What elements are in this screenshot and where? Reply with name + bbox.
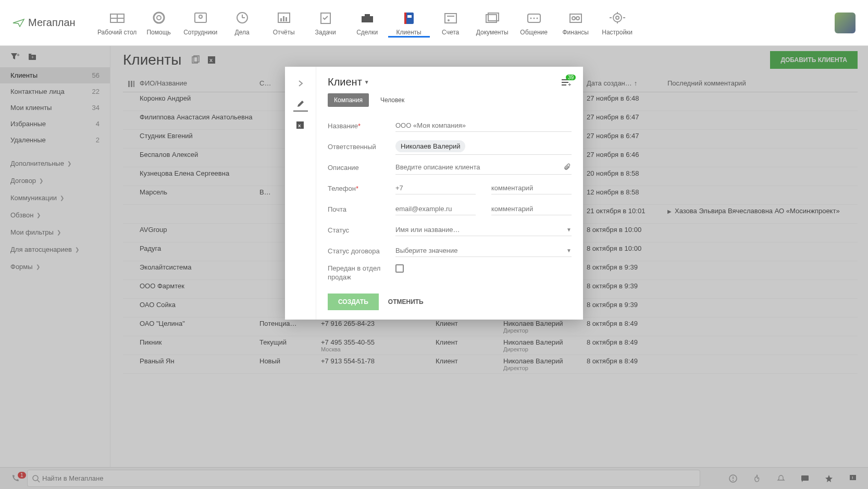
email-input[interactable] xyxy=(395,205,476,213)
svg-point-30 xyxy=(613,14,622,22)
contract-select[interactable] xyxy=(395,247,562,254)
status-label: Статус xyxy=(328,226,395,234)
avatar[interactable] xyxy=(835,13,855,33)
svg-point-31 xyxy=(616,16,619,19)
svg-point-29 xyxy=(576,17,579,20)
svg-rect-17 xyxy=(407,15,412,18)
name-input[interactable] xyxy=(395,121,572,129)
nav-Настройки[interactable]: Настройки xyxy=(597,8,638,38)
nav-Отчёты[interactable]: Отчёты xyxy=(263,8,305,38)
owner-chip[interactable]: Николаев Валерий xyxy=(395,140,465,152)
tab-company[interactable]: Компания xyxy=(328,93,369,107)
contract-label: Статус договора xyxy=(328,247,395,255)
name-label: Название xyxy=(328,122,358,130)
phone-input[interactable] xyxy=(395,184,476,192)
create-button[interactable]: СОЗДАТЬ xyxy=(328,294,379,310)
desc-label: Описание xyxy=(328,164,395,172)
owner-label: Ответственный xyxy=(328,143,395,151)
desc-input[interactable] xyxy=(395,163,559,171)
list-badge-count: 39 xyxy=(566,75,576,80)
svg-text:+: + xyxy=(568,81,571,87)
brand-name: Мегаплан xyxy=(28,17,76,29)
svg-text:X: X xyxy=(298,124,301,128)
svg-point-19 xyxy=(448,19,450,21)
nav-Сделки[interactable]: Сделки xyxy=(346,8,388,38)
svg-rect-18 xyxy=(445,14,456,23)
svg-rect-11 xyxy=(280,18,282,21)
nav-Рабочий стол[interactable]: Рабочий стол xyxy=(96,8,138,38)
status-select[interactable] xyxy=(395,226,562,234)
nav-Счета[interactable]: Счета xyxy=(430,8,472,38)
logo[interactable]: Мегаплан xyxy=(13,17,76,29)
nav-Сотрудники[interactable]: Сотрудники xyxy=(180,8,221,38)
excel-export-icon[interactable]: X xyxy=(293,118,308,132)
svg-point-28 xyxy=(572,17,575,20)
nav-Финансы[interactable]: Финансы xyxy=(555,8,597,38)
svg-rect-12 xyxy=(283,16,284,21)
email-label: Почта xyxy=(328,205,395,213)
nav-Общение[interactable]: Общение xyxy=(513,8,555,38)
list-add-icon[interactable]: + 39 xyxy=(561,78,572,87)
nav-Помощь[interactable]: Помощь xyxy=(138,8,180,38)
chevron-down-icon: ▼ xyxy=(566,227,572,233)
sales-label: Передан в отдел продаж xyxy=(328,264,395,282)
svg-point-25 xyxy=(533,18,535,19)
nav-Дела[interactable]: Дела xyxy=(221,8,263,38)
svg-rect-13 xyxy=(286,17,287,21)
nav-Документы[interactable]: Документы xyxy=(472,8,513,38)
svg-point-6 xyxy=(199,15,202,18)
email-comment-input[interactable] xyxy=(491,205,572,213)
svg-rect-16 xyxy=(404,13,406,24)
svg-point-24 xyxy=(530,18,531,19)
svg-point-4 xyxy=(157,16,161,20)
pencil-icon[interactable] xyxy=(293,97,308,112)
nav-Задачи[interactable]: Задачи xyxy=(305,8,346,38)
chevron-down-icon: ▼ xyxy=(566,248,572,253)
chevron-down-icon[interactable]: ▼ xyxy=(364,79,369,85)
topnav: Мегаплан Рабочий столПомощьСотрудникиДел… xyxy=(0,0,868,46)
phone-label: Телефон xyxy=(328,185,356,192)
paperclip-icon[interactable] xyxy=(563,163,572,172)
paper-plane-icon xyxy=(13,19,25,27)
back-icon[interactable] xyxy=(293,76,308,91)
svg-point-3 xyxy=(154,13,164,23)
tab-person[interactable]: Человек xyxy=(374,93,411,107)
create-client-modal: X Клиент ▼ + 39 Компания Человек Названи… xyxy=(285,67,583,320)
nav-Клиенты[interactable]: Клиенты xyxy=(388,8,430,38)
cancel-button[interactable]: ОТМЕНИТЬ xyxy=(388,298,424,305)
modal-title: Клиент xyxy=(328,76,362,88)
sales-checkbox[interactable] xyxy=(395,264,404,273)
svg-point-26 xyxy=(536,18,538,19)
phone-comment-input[interactable] xyxy=(491,184,572,192)
